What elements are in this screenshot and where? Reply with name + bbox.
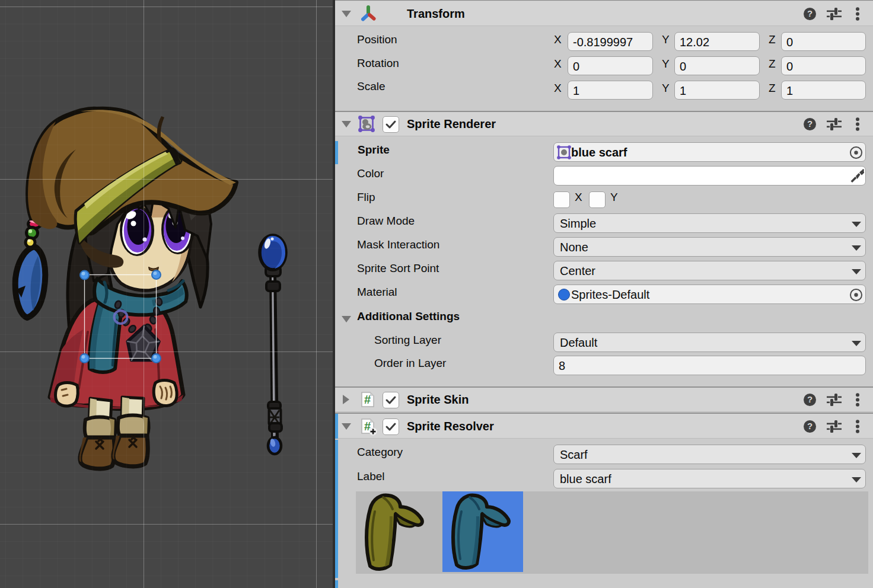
svg-text:#: #: [364, 393, 371, 406]
svg-text:?: ?: [807, 119, 813, 129]
svg-text:?: ?: [807, 421, 813, 431]
svg-text:?: ?: [807, 8, 813, 18]
svg-text:?: ?: [807, 394, 813, 404]
